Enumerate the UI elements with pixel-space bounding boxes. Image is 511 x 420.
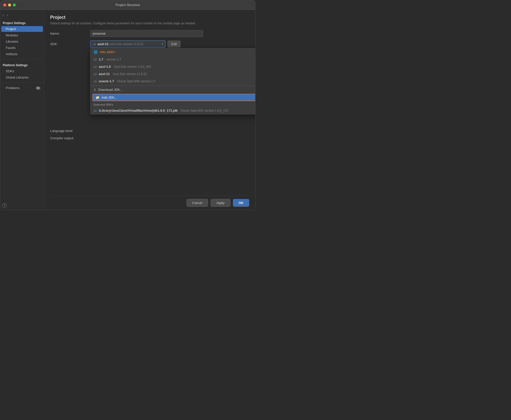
content-area: Project Default settings for all modules… bbox=[44, 10, 255, 210]
folder-icon: 🗂 bbox=[94, 57, 97, 61]
no-sdk-label: <No SDK> bbox=[100, 50, 116, 54]
dropdown-item-oracle-1.7[interactable]: 🗂 oracle-1.7 Oracle OpenJDK version 1.7 bbox=[91, 78, 255, 85]
dropdown-item-add-jdk[interactable]: 📁 Add JDK... bbox=[93, 94, 255, 101]
dropdown-item-1.7[interactable]: 🗂 1.7 version 1.7 bbox=[91, 56, 255, 63]
sidebar-item-libraries[interactable]: Libraries bbox=[1, 39, 43, 44]
sidebar-nav: ‹ › bbox=[0, 12, 44, 19]
content-title: Project bbox=[50, 15, 249, 20]
globe-icon: 🌐 bbox=[94, 50, 98, 54]
sidebar-bottom: ? bbox=[0, 201, 44, 210]
maximize-button[interactable] bbox=[13, 4, 16, 7]
dropdown-item-download-jdk[interactable]: ⬇ Download JDK... bbox=[91, 86, 255, 93]
language-level-row: Language level: bbox=[50, 129, 249, 133]
folder-icon: 🗂 bbox=[94, 79, 97, 83]
sidebar-item-global-libraries[interactable]: Global Libraries bbox=[1, 75, 43, 80]
minimize-button[interactable] bbox=[8, 4, 11, 7]
sidebar-divider-2 bbox=[0, 83, 44, 83]
problems-badge: 1 bbox=[36, 87, 40, 90]
title-bar: Project Structure bbox=[0, 0, 255, 10]
footer: Cancel Apply OK bbox=[50, 196, 249, 210]
sdk-select-row: 🗂 azul-11 Azul Zulu version 11.0.22 ▾ Ed… bbox=[90, 40, 181, 48]
chevron-down-icon: ▾ bbox=[162, 43, 163, 45]
sdk-row: SDK: 🗂 azul-11 Azul Zulu version 11.0.22… bbox=[50, 40, 249, 48]
sidebar-item-facets[interactable]: Facets bbox=[1, 45, 43, 51]
name-label: Name: bbox=[50, 32, 90, 35]
sidebar-item-sdks[interactable]: SDKs bbox=[1, 68, 43, 74]
apply-button[interactable]: Apply bbox=[211, 199, 230, 207]
add-folder-icon: 📁 bbox=[96, 96, 100, 99]
project-settings-label: Project Settings bbox=[0, 19, 44, 26]
sidebar: ‹ › Project Settings Project Modules Lib… bbox=[0, 10, 44, 210]
back-button[interactable]: ‹ bbox=[2, 13, 5, 17]
folder-icon: 🗂 bbox=[94, 72, 97, 76]
folder-icon: 🗂 bbox=[94, 65, 97, 68]
compiler-output-row: Compiler output: bbox=[50, 136, 249, 140]
sdk-dropdown[interactable]: 🗂 azul-11 Azul Zulu version 11.0.22 ▾ bbox=[90, 40, 165, 48]
dropdown-item-detected[interactable]: 🗂 /Library/Java/JavaVirtualMachines/jdk1… bbox=[91, 107, 255, 114]
sdk-dropdown-panel: 🌐 <No SDK> 🗂 1.7 version 1.7 🗂 azul-1.8 … bbox=[90, 48, 255, 114]
forward-button[interactable]: › bbox=[6, 13, 8, 17]
dropdown-item-no-sdk[interactable]: 🌐 <No SDK> bbox=[91, 48, 255, 56]
close-button[interactable] bbox=[3, 4, 6, 7]
sidebar-item-project[interactable]: Project bbox=[1, 26, 43, 32]
sdk-selected-version: Azul Zulu version 11.0.22 bbox=[110, 42, 143, 46]
sidebar-item-artifacts[interactable]: Artifacts bbox=[1, 51, 43, 57]
detected-sdks-label: Detected SDKs bbox=[91, 102, 255, 107]
traffic-lights bbox=[3, 4, 16, 7]
sdk-label: SDK: bbox=[50, 42, 90, 46]
sidebar-item-modules[interactable]: Modules bbox=[1, 32, 43, 38]
sdk-selected-name: azul-11 bbox=[98, 42, 109, 46]
window-title: Project Structure bbox=[116, 3, 140, 7]
compiler-output-label: Compiler output: bbox=[50, 136, 90, 140]
dropdown-separator bbox=[91, 85, 255, 86]
download-icon: ⬇ bbox=[94, 88, 96, 92]
help-button[interactable]: ? bbox=[2, 203, 7, 208]
dropdown-item-azul-1.8[interactable]: 🗂 azul-1.8 Azul Zulu version 1.8.0_402 bbox=[91, 63, 255, 70]
platform-settings-label: Platform Settings bbox=[0, 61, 44, 68]
folder-icon: 🗂 bbox=[94, 109, 97, 112]
sidebar-item-problems[interactable]: Problems 1 bbox=[1, 85, 43, 91]
language-level-label: Language level: bbox=[50, 129, 90, 133]
sdk-folder-icon: 🗂 bbox=[93, 42, 96, 46]
content-description: Default settings for all modules. Config… bbox=[50, 22, 249, 25]
sidebar-divider bbox=[0, 59, 44, 59]
name-input[interactable] bbox=[90, 30, 203, 37]
cancel-button[interactable]: Cancel bbox=[187, 199, 208, 207]
name-row: Name: bbox=[50, 30, 249, 37]
ok-button[interactable]: OK bbox=[233, 199, 249, 207]
edit-sdk-button[interactable]: Edit bbox=[167, 41, 181, 47]
dropdown-item-azul-11[interactable]: 🗂 azul-11 Azul Zulu version 11.0.22 bbox=[91, 70, 255, 78]
